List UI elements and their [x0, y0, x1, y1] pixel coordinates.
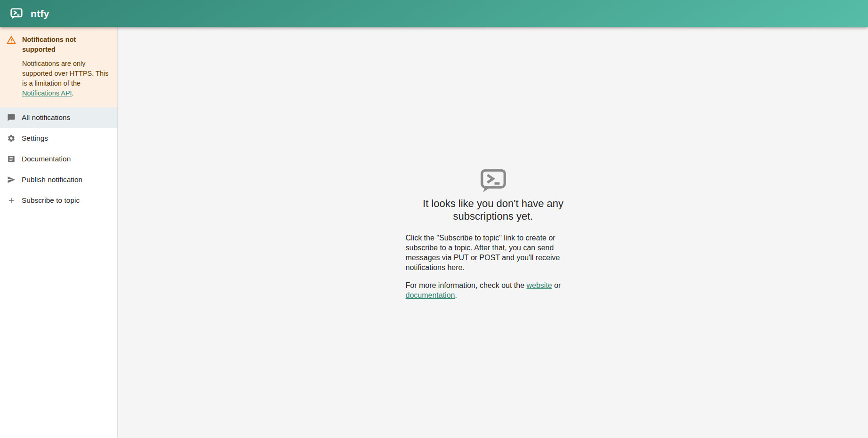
paragraph-2-text: For more information, check out the [406, 281, 527, 289]
sidebar-item-subscribe-to-topic[interactable]: Subscribe to topic [0, 190, 117, 211]
documentation-link[interactable]: documentation [406, 291, 455, 299]
app-header: ntfy [0, 0, 868, 27]
sidebar-item-label: Subscribe to topic [22, 196, 80, 205]
empty-state-paragraph-1: Click the "Subscribe to topic" link to c… [406, 233, 581, 272]
alert-message-text: Notifications are only supported over HT… [22, 60, 108, 87]
sidebar: Notifications not supported Notification… [0, 27, 118, 438]
warning-triangle-icon [6, 35, 16, 45]
notifications-not-supported-alert: Notifications not supported Notification… [0, 27, 117, 107]
alert-message: Notifications are only supported over HT… [22, 59, 111, 98]
chat-bubble-icon [7, 113, 16, 122]
plus-icon [7, 196, 16, 205]
no-subscriptions-empty-state: It looks like you don't have any subscri… [118, 27, 868, 300]
sidebar-item-label: Documentation [22, 155, 71, 163]
alert-message-period: . [72, 89, 74, 97]
empty-state-heading: It looks like you don't have any subscri… [423, 197, 563, 223]
paragraph-2-text: or [552, 281, 561, 289]
ntfy-logo-icon [10, 7, 23, 20]
sidebar-item-label: Settings [22, 134, 48, 143]
notifications-api-link[interactable]: Notifications API [22, 89, 72, 97]
app-title: ntfy [31, 8, 49, 19]
gear-icon [7, 134, 16, 143]
sidebar-item-all-notifications[interactable]: All notifications [0, 107, 117, 128]
paragraph-2-text: . [455, 291, 457, 299]
sidebar-item-publish-notification[interactable]: Publish notification [0, 169, 117, 190]
empty-state-paragraph-2: For more information, check out the webs… [406, 280, 581, 300]
sidebar-item-documentation[interactable]: Documentation [0, 149, 117, 169]
article-icon [7, 155, 16, 163]
website-link[interactable]: website [527, 281, 552, 289]
empty-state-description: Click the "Subscribe to topic" link to c… [406, 233, 581, 300]
sidebar-item-label: Publish notification [22, 175, 82, 184]
sidebar-nav: All notifications Settings Documentation [0, 107, 117, 211]
sidebar-item-label: All notifications [22, 113, 70, 122]
alert-title: Notifications not supported [22, 33, 111, 55]
main-content: It looks like you don't have any subscri… [118, 27, 868, 438]
send-icon [7, 175, 16, 184]
terminal-chat-icon [479, 167, 507, 195]
sidebar-item-settings[interactable]: Settings [0, 128, 117, 149]
